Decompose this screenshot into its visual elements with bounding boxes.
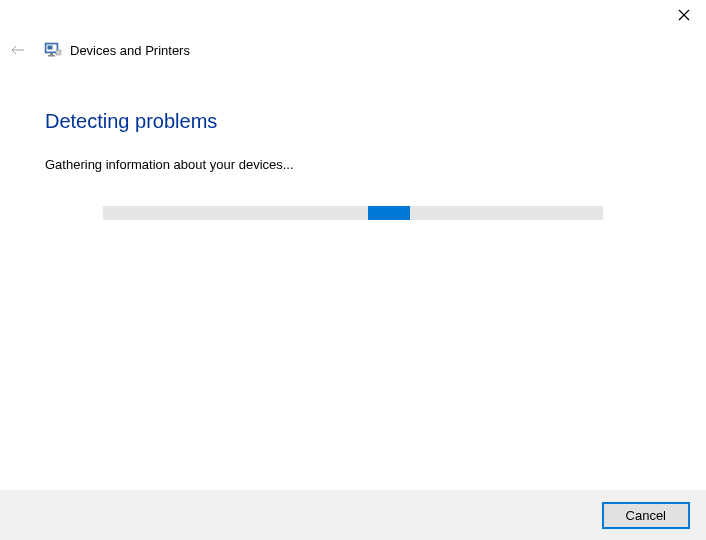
- progress-bar-track: [103, 206, 603, 220]
- close-icon: [678, 9, 690, 21]
- main-content: Detecting problems Gathering information…: [0, 62, 706, 220]
- back-arrow-icon: [10, 42, 26, 58]
- svg-rect-6: [50, 53, 53, 55]
- close-button[interactable]: [674, 5, 694, 25]
- svg-rect-7: [48, 55, 55, 57]
- devices-printers-icon: [44, 41, 62, 59]
- footer-bar: Cancel: [0, 490, 706, 540]
- svg-rect-5: [48, 46, 53, 50]
- svg-rect-8: [56, 50, 61, 55]
- back-button[interactable]: [6, 38, 30, 62]
- page-heading: Detecting problems: [45, 110, 661, 133]
- title-bar: [0, 0, 706, 30]
- status-text: Gathering information about your devices…: [45, 157, 661, 172]
- cancel-button[interactable]: Cancel: [602, 502, 690, 529]
- window-title: Devices and Printers: [70, 43, 190, 58]
- progress-bar-fill: [368, 206, 410, 220]
- header-row: Devices and Printers: [0, 30, 706, 62]
- title-group: Devices and Printers: [44, 41, 190, 59]
